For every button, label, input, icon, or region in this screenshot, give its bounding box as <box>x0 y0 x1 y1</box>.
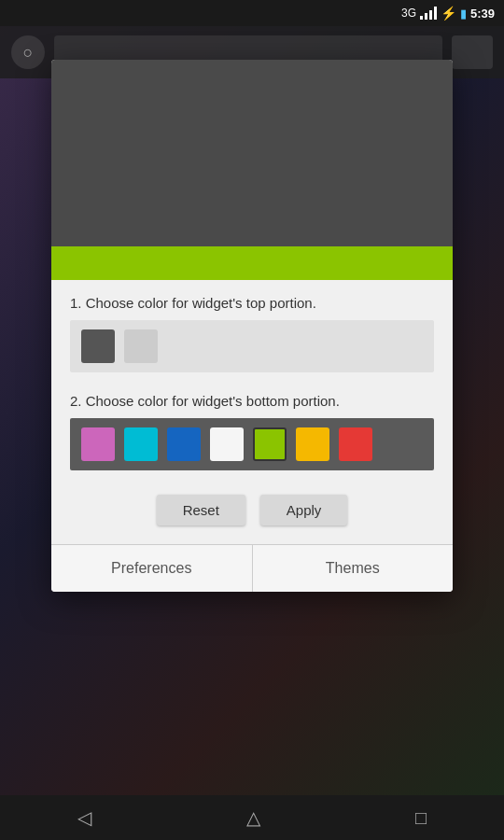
modal-overlay: 1. Choose color for widget's top portion… <box>0 26 504 840</box>
apply-button[interactable]: Apply <box>260 495 348 525</box>
nav-recents-button[interactable]: □ <box>415 807 427 829</box>
tab-preferences[interactable]: Preferences <box>51 545 253 592</box>
bottom-color-green[interactable] <box>253 427 287 461</box>
top-color-options <box>70 320 434 372</box>
nav-back-button[interactable]: ◁ <box>77 806 91 829</box>
network-label: 3G <box>401 7 416 20</box>
signal-icon <box>420 7 437 20</box>
action-buttons: Reset Apply <box>51 480 453 544</box>
status-icons: 3G ⚡ ▮ 5:39 <box>401 6 495 21</box>
section-top-color: 1. Choose color for widget's top portion… <box>51 280 453 382</box>
preview-top-portion <box>51 60 453 246</box>
bottom-tabs: Preferences Themes <box>51 544 453 592</box>
bottom-color-blue[interactable] <box>167 427 201 461</box>
nav-home-button[interactable]: △ <box>246 806 260 829</box>
charging-icon: ⚡ <box>441 6 456 21</box>
widget-preview <box>51 60 453 280</box>
top-color-light-gray[interactable] <box>124 329 158 363</box>
bottom-color-yellow[interactable] <box>296 427 329 461</box>
bottom-color-white[interactable] <box>210 427 244 461</box>
bottom-color-cyan[interactable] <box>124 427 158 461</box>
top-color-dark-gray[interactable] <box>81 329 115 363</box>
tab-themes[interactable]: Themes <box>253 545 454 592</box>
time-display: 5:39 <box>470 7 495 21</box>
status-bar: 3G ⚡ ▮ 5:39 <box>0 0 504 26</box>
bottom-color-pink[interactable] <box>81 427 115 461</box>
bottom-color-options <box>70 418 434 470</box>
preview-bottom-portion <box>51 246 453 280</box>
battery-icon: ▮ <box>460 7 467 21</box>
section-bottom-color: 2. Choose color for widget's bottom port… <box>51 382 453 480</box>
reset-button[interactable]: Reset <box>157 495 245 525</box>
modal-card: 1. Choose color for widget's top portion… <box>51 60 453 592</box>
section2-label: 2. Choose color for widget's bottom port… <box>70 393 434 409</box>
nav-bar: ◁ △ □ <box>0 795 504 840</box>
bottom-color-red[interactable] <box>339 427 372 461</box>
section1-label: 1. Choose color for widget's top portion… <box>70 295 434 311</box>
